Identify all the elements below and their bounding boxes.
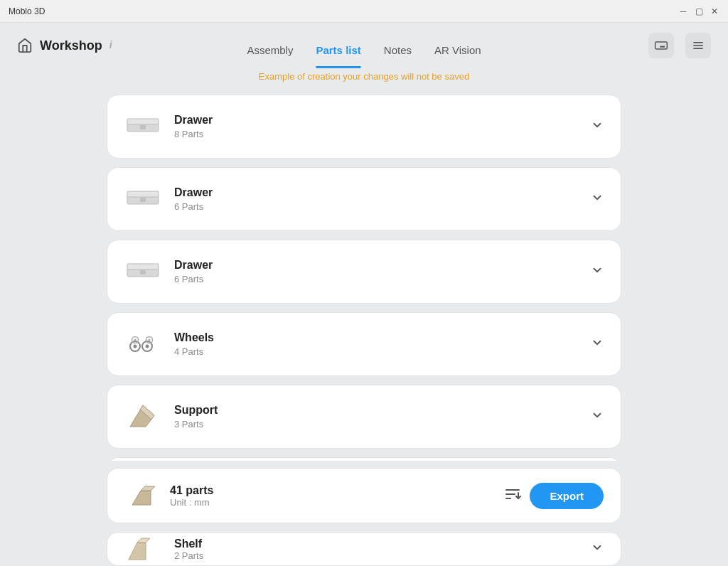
footer-total-parts: 41 parts — [170, 484, 496, 497]
workshop-title: Workshop — [40, 38, 102, 53]
part-info: Support 3 Parts — [174, 404, 578, 429]
svg-rect-17 — [127, 264, 159, 269]
part-icon-drawer-1 — [124, 108, 161, 145]
tab-parts-list[interactable]: Parts list — [316, 44, 360, 68]
header: Workshop i Assembly Parts list Notes AR … — [0, 23, 728, 68]
header-left: Workshop i — [17, 38, 122, 53]
part-name: Drawer — [174, 114, 578, 127]
part-count: 6 Parts — [174, 201, 578, 212]
part-name: Support — [174, 404, 578, 417]
part-info: Wheels 4 Parts — [174, 331, 578, 357]
menu-button[interactable] — [685, 33, 711, 58]
title-bar: Moblo 3D ─ ▢ ✕ — [0, 0, 728, 23]
svg-point-26 — [149, 339, 151, 341]
footer-bar: 41 parts Unit : mm Export — [107, 468, 621, 523]
part-item[interactable]: Drawer 6 Parts — [107, 240, 621, 304]
export-button[interactable]: Export — [530, 483, 604, 509]
window-controls: ─ ▢ ✕ — [678, 6, 719, 16]
part-item[interactable]: Drawer 8 Parts — [107, 95, 621, 159]
svg-point-22 — [146, 345, 149, 348]
partial-item-info: Shelf 2 Parts — [174, 538, 578, 561]
part-name: Drawer — [174, 186, 578, 199]
part-name: Wheels — [174, 331, 578, 344]
chevron-down-icon — [591, 119, 604, 135]
svg-marker-33 — [141, 486, 155, 491]
svg-rect-11 — [127, 119, 159, 124]
partial-chevron-icon — [591, 541, 604, 557]
home-icon[interactable] — [17, 38, 33, 53]
warning-text: Example of creation your changes will no… — [259, 71, 469, 82]
chevron-down-icon — [591, 409, 604, 425]
svg-point-20 — [134, 345, 137, 348]
sort-button[interactable] — [504, 486, 521, 506]
part-count: 4 Parts — [174, 346, 578, 357]
part-info: Drawer 6 Parts — [174, 186, 578, 212]
tab-notes[interactable]: Notes — [384, 44, 412, 68]
partial-item[interactable]: Shelf 2 Parts — [107, 532, 621, 566]
part-icon-drawer-2 — [124, 181, 161, 218]
title-bar-left: Moblo 3D — [9, 6, 45, 16]
svg-rect-14 — [127, 191, 159, 197]
chevron-down-icon — [591, 191, 604, 208]
close-button[interactable]: ✕ — [710, 6, 719, 16]
part-info: Drawer 8 Parts — [174, 114, 578, 139]
footer-info: 41 parts Unit : mm — [170, 484, 496, 508]
part-count: 6 Parts — [174, 274, 578, 284]
part-icon-last — [124, 479, 161, 513]
chevron-down-icon — [591, 336, 604, 353]
footer-area: 41 parts Unit : mm Export — [0, 461, 728, 566]
svg-point-24 — [134, 339, 136, 341]
tab-ar-vision[interactable]: AR Vision — [434, 44, 481, 68]
keyboard-button[interactable] — [648, 33, 674, 58]
tab-assembly[interactable]: Assembly — [247, 44, 293, 68]
maximize-button[interactable]: ▢ — [694, 6, 704, 16]
partial-item-icon — [124, 535, 161, 562]
minimize-button[interactable]: ─ — [678, 6, 688, 16]
part-item[interactable]: Drawer 6 Parts — [107, 167, 621, 231]
footer-unit: Unit : mm — [170, 497, 496, 508]
svg-marker-38 — [129, 543, 146, 560]
part-info: Drawer 6 Parts — [174, 259, 578, 284]
svg-marker-32 — [132, 491, 151, 505]
svg-rect-15 — [140, 198, 146, 202]
app-window: Workshop i Assembly Parts list Notes AR … — [0, 23, 728, 566]
part-item[interactable]: Wheels 4 Parts — [107, 312, 621, 376]
part-count: 8 Parts — [174, 129, 578, 139]
part-name: Drawer — [174, 259, 578, 272]
warning-banner: Example of creation your changes will no… — [0, 68, 728, 89]
part-icon-wheels — [124, 326, 161, 363]
info-icon[interactable]: i — [109, 39, 122, 52]
chevron-down-icon — [591, 264, 604, 280]
part-count: 3 Parts — [174, 419, 578, 429]
part-item[interactable]: Support 3 Parts — [107, 385, 621, 449]
part-icon-support — [124, 398, 161, 435]
app-title: Moblo 3D — [9, 6, 45, 16]
parts-list: Drawer 8 Parts Drawer 6 Parts — [0, 89, 728, 461]
partial-item-count: 2 Parts — [174, 550, 578, 561]
part-icon-drawer-3 — [124, 253, 161, 290]
header-right — [648, 33, 711, 58]
header-nav: Assembly Parts list Notes AR Vision — [247, 23, 481, 68]
svg-rect-12 — [140, 125, 146, 129]
partial-item-name: Shelf — [174, 538, 578, 550]
svg-marker-39 — [137, 538, 150, 543]
svg-rect-0 — [655, 42, 668, 49]
svg-rect-18 — [140, 270, 146, 274]
